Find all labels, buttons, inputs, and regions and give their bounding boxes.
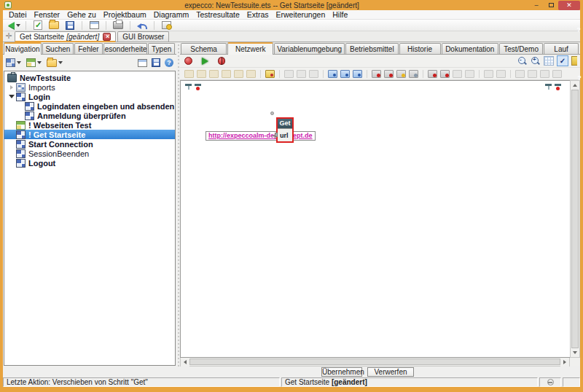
tab-dokumentation[interactable]: Dokumentation <box>442 43 498 54</box>
zoom-in-icon[interactable]: + <box>531 56 541 66</box>
distribute-tool-icon[interactable] <box>515 70 525 78</box>
tree-item-get-startseite[interactable]: ! Get Startseite <box>4 130 175 139</box>
minimize-button[interactable]: – <box>529 1 544 10</box>
tab-suchen[interactable]: Suchen <box>42 43 74 54</box>
tab-navigation[interactable]: Navigation <box>4 42 42 55</box>
distribute-tool-icon[interactable] <box>540 70 549 78</box>
accept-button[interactable] <box>31 20 44 31</box>
tab-betriebsmittel[interactable]: Betriebsmittel <box>345 43 398 54</box>
expander-expanded-icon[interactable] <box>7 95 16 98</box>
url-constant-box[interactable]: http://expeccoalm-demo.exept.de <box>206 131 316 141</box>
new-table-menu-button[interactable] <box>26 58 42 67</box>
tree-item-logout[interactable]: Logout <box>4 158 175 168</box>
menu-gehe-zu[interactable]: Gehe zu <box>63 10 100 20</box>
help-icon[interactable] <box>165 58 173 67</box>
scroll-right-icon[interactable] <box>560 358 569 366</box>
maximize-button[interactable] <box>544 1 558 10</box>
menu-diagramm[interactable]: Diagramm <box>150 10 192 20</box>
vertical-scrollbar[interactable] <box>570 80 580 358</box>
node-tool-icon[interactable] <box>197 70 206 78</box>
url-link[interactable]: http://expeccoalm-demo.exept.de <box>208 132 313 139</box>
open-button[interactable] <box>47 20 60 31</box>
menu-projektbaum[interactable]: Projektbaum <box>100 10 150 20</box>
grid-toggle-icon[interactable] <box>544 56 554 66</box>
output-pin-icon[interactable] <box>195 84 201 90</box>
expander-collapsed-icon[interactable] <box>7 85 16 90</box>
debug-bug-icon[interactable] <box>218 57 225 65</box>
node-tool-icon[interactable] <box>234 70 243 78</box>
new-block-menu-button[interactable] <box>6 58 21 67</box>
tab-besonderheiten[interactable]: Besonderheiten <box>103 43 148 54</box>
add-tab-icon[interactable]: ✛ <box>4 32 13 41</box>
tab-lauf[interactable]: Lauf <box>544 43 579 54</box>
play-icon[interactable] <box>202 58 208 65</box>
tab-typen[interactable]: Typen <box>148 43 175 54</box>
menu-extras[interactable]: Extras <box>243 10 273 20</box>
save-button[interactable] <box>63 20 77 31</box>
pin-tool-icon[interactable] <box>297 70 306 78</box>
tree-item-start-connection[interactable]: Start Connection <box>4 139 175 149</box>
marker-tool-icon[interactable] <box>409 70 418 78</box>
tab-variablenumgebung[interactable]: Variablenumgebung <box>274 43 345 54</box>
marker-tool-icon[interactable] <box>396 70 406 78</box>
step-node-get[interactable]: Get url <box>276 117 294 143</box>
input-pin-icon[interactable] <box>545 84 552 90</box>
horizontal-scrollbar[interactable] <box>180 358 570 366</box>
menu-testresultate[interactable]: Testresultate <box>192 10 243 20</box>
tree-item-imports[interactable]: Imports <box>4 82 175 92</box>
vertical-scroll-thumb[interactable] <box>571 90 579 348</box>
tab-get-startseite[interactable]: Get Startseite [geändert] <box>15 31 116 42</box>
breakpoint-tool-icon[interactable] <box>384 70 394 78</box>
tab-netzwerk[interactable]: Netzwerk <box>227 42 273 55</box>
print-button[interactable] <box>111 20 125 31</box>
tree-item-sessionbeenden[interactable]: SessionBeenden <box>4 149 175 158</box>
new-window-button[interactable] <box>87 20 101 31</box>
close-button[interactable]: ✕ <box>558 1 580 10</box>
new-folder-menu-button[interactable] <box>47 59 63 67</box>
settings-button[interactable] <box>160 20 173 31</box>
back-button[interactable] <box>7 20 20 31</box>
zoom-out-icon[interactable]: - <box>517 56 528 66</box>
network-diagram-canvas[interactable]: http://expeccoalm-demo.exept.de Get url <box>180 80 570 358</box>
snap-checked-toggle[interactable] <box>557 55 568 66</box>
tab-historie[interactable]: Historie <box>399 43 441 54</box>
connect-tool-icon[interactable] <box>353 70 362 78</box>
apply-button[interactable]: Übernehmen <box>321 367 362 377</box>
connect-tool-icon[interactable] <box>328 70 337 78</box>
tab-schema[interactable]: Schema <box>181 43 227 54</box>
tree-item-logindaten[interactable]: Logindaten eingeben und absenden <box>4 101 175 111</box>
menu-hilfe[interactable]: Hilfe <box>329 10 351 20</box>
pin-tool-icon[interactable] <box>284 70 294 78</box>
menu-erweiterungen[interactable]: Erweiterungen <box>273 10 329 20</box>
distribute-tool-icon[interactable] <box>528 70 537 78</box>
input-pin-icon[interactable] <box>185 84 192 90</box>
flow-tool-icon[interactable] <box>465 70 474 78</box>
flow-tool-icon[interactable] <box>453 70 462 78</box>
menu-fenster[interactable]: Fenster <box>31 10 64 20</box>
tab-fehler[interactable]: Fehler <box>74 43 103 54</box>
edit-step-icon[interactable] <box>265 70 275 78</box>
scroll-down-icon[interactable] <box>571 348 579 357</box>
align-tool-icon[interactable] <box>484 70 493 78</box>
tree-item-login[interactable]: Login <box>4 92 175 101</box>
output-pin-icon[interactable] <box>555 84 561 90</box>
connect-tool-icon[interactable] <box>340 70 350 78</box>
flow-tool-icon[interactable] <box>440 70 450 78</box>
horizontal-scroll-thumb[interactable] <box>189 358 560 365</box>
align-tool-icon[interactable] <box>496 70 506 78</box>
tree-item-anmeldung[interactable]: Anmeldung überprüfen <box>4 111 175 120</box>
close-tab-icon[interactable] <box>103 33 111 41</box>
pin-tool-icon[interactable] <box>309 70 318 78</box>
overflow-icon[interactable] <box>571 56 577 66</box>
menu-datei[interactable]: Datei <box>5 10 31 20</box>
tree-item-webseiten-test[interactable]: ! Webseiten Test <box>4 120 175 130</box>
node-input-pin[interactable] <box>275 133 278 137</box>
node-tool-icon[interactable] <box>246 70 256 78</box>
stop-icon[interactable] <box>184 57 192 65</box>
tree-item-newtestsuite[interactable]: NewTestsuite <box>4 73 175 82</box>
connector-dot[interactable] <box>270 111 274 115</box>
node-tool-icon[interactable] <box>222 70 231 78</box>
flow-tool-icon[interactable] <box>428 70 437 78</box>
undo-button[interactable] <box>136 20 149 31</box>
discard-button[interactable]: Verwerfen <box>367 367 414 377</box>
